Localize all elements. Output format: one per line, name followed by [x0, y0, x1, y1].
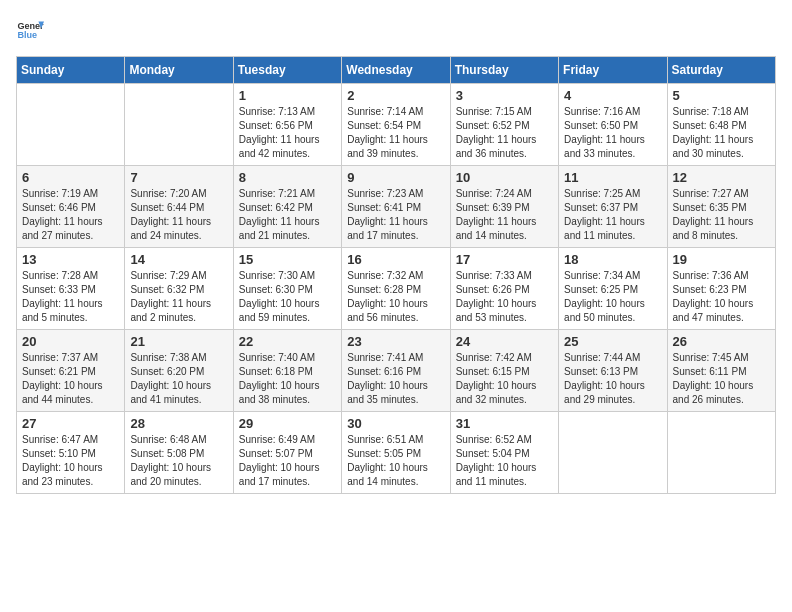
day-number: 29	[239, 416, 336, 431]
day-number: 31	[456, 416, 553, 431]
calendar-cell	[667, 412, 775, 494]
day-number: 30	[347, 416, 444, 431]
day-info: Sunrise: 7:28 AMSunset: 6:33 PMDaylight:…	[22, 269, 119, 325]
calendar-cell: 21Sunrise: 7:38 AMSunset: 6:20 PMDayligh…	[125, 330, 233, 412]
day-number: 22	[239, 334, 336, 349]
calendar-cell: 10Sunrise: 7:24 AMSunset: 6:39 PMDayligh…	[450, 166, 558, 248]
calendar-cell: 18Sunrise: 7:34 AMSunset: 6:25 PMDayligh…	[559, 248, 667, 330]
day-number: 10	[456, 170, 553, 185]
day-info: Sunrise: 7:24 AMSunset: 6:39 PMDaylight:…	[456, 187, 553, 243]
day-number: 4	[564, 88, 661, 103]
calendar-cell: 9Sunrise: 7:23 AMSunset: 6:41 PMDaylight…	[342, 166, 450, 248]
calendar-cell: 16Sunrise: 7:32 AMSunset: 6:28 PMDayligh…	[342, 248, 450, 330]
calendar-cell: 13Sunrise: 7:28 AMSunset: 6:33 PMDayligh…	[17, 248, 125, 330]
day-number: 3	[456, 88, 553, 103]
calendar-cell: 29Sunrise: 6:49 AMSunset: 5:07 PMDayligh…	[233, 412, 341, 494]
day-number: 11	[564, 170, 661, 185]
day-info: Sunrise: 7:15 AMSunset: 6:52 PMDaylight:…	[456, 105, 553, 161]
calendar-cell: 25Sunrise: 7:44 AMSunset: 6:13 PMDayligh…	[559, 330, 667, 412]
day-number: 7	[130, 170, 227, 185]
day-info: Sunrise: 7:44 AMSunset: 6:13 PMDaylight:…	[564, 351, 661, 407]
day-info: Sunrise: 7:23 AMSunset: 6:41 PMDaylight:…	[347, 187, 444, 243]
column-header-sunday: Sunday	[17, 57, 125, 84]
week-row-3: 13Sunrise: 7:28 AMSunset: 6:33 PMDayligh…	[17, 248, 776, 330]
calendar-cell: 27Sunrise: 6:47 AMSunset: 5:10 PMDayligh…	[17, 412, 125, 494]
calendar-cell: 4Sunrise: 7:16 AMSunset: 6:50 PMDaylight…	[559, 84, 667, 166]
day-info: Sunrise: 6:48 AMSunset: 5:08 PMDaylight:…	[130, 433, 227, 489]
calendar-cell: 5Sunrise: 7:18 AMSunset: 6:48 PMDaylight…	[667, 84, 775, 166]
calendar-cell: 2Sunrise: 7:14 AMSunset: 6:54 PMDaylight…	[342, 84, 450, 166]
week-row-2: 6Sunrise: 7:19 AMSunset: 6:46 PMDaylight…	[17, 166, 776, 248]
day-number: 8	[239, 170, 336, 185]
day-info: Sunrise: 7:36 AMSunset: 6:23 PMDaylight:…	[673, 269, 770, 325]
day-number: 15	[239, 252, 336, 267]
day-number: 5	[673, 88, 770, 103]
calendar-cell: 23Sunrise: 7:41 AMSunset: 6:16 PMDayligh…	[342, 330, 450, 412]
calendar-cell: 6Sunrise: 7:19 AMSunset: 6:46 PMDaylight…	[17, 166, 125, 248]
calendar-cell: 22Sunrise: 7:40 AMSunset: 6:18 PMDayligh…	[233, 330, 341, 412]
day-number: 14	[130, 252, 227, 267]
calendar-cell: 11Sunrise: 7:25 AMSunset: 6:37 PMDayligh…	[559, 166, 667, 248]
day-number: 20	[22, 334, 119, 349]
day-number: 18	[564, 252, 661, 267]
column-header-thursday: Thursday	[450, 57, 558, 84]
svg-text:Blue: Blue	[17, 30, 37, 40]
day-info: Sunrise: 6:51 AMSunset: 5:05 PMDaylight:…	[347, 433, 444, 489]
day-number: 28	[130, 416, 227, 431]
calendar-cell: 3Sunrise: 7:15 AMSunset: 6:52 PMDaylight…	[450, 84, 558, 166]
column-header-saturday: Saturday	[667, 57, 775, 84]
day-info: Sunrise: 7:32 AMSunset: 6:28 PMDaylight:…	[347, 269, 444, 325]
week-row-1: 1Sunrise: 7:13 AMSunset: 6:56 PMDaylight…	[17, 84, 776, 166]
day-info: Sunrise: 7:25 AMSunset: 6:37 PMDaylight:…	[564, 187, 661, 243]
day-info: Sunrise: 7:42 AMSunset: 6:15 PMDaylight:…	[456, 351, 553, 407]
day-info: Sunrise: 6:49 AMSunset: 5:07 PMDaylight:…	[239, 433, 336, 489]
day-info: Sunrise: 7:18 AMSunset: 6:48 PMDaylight:…	[673, 105, 770, 161]
day-number: 13	[22, 252, 119, 267]
day-info: Sunrise: 7:29 AMSunset: 6:32 PMDaylight:…	[130, 269, 227, 325]
logo-icon: General Blue	[16, 16, 44, 44]
day-number: 6	[22, 170, 119, 185]
day-info: Sunrise: 7:34 AMSunset: 6:25 PMDaylight:…	[564, 269, 661, 325]
column-header-friday: Friday	[559, 57, 667, 84]
day-number: 25	[564, 334, 661, 349]
calendar-cell: 30Sunrise: 6:51 AMSunset: 5:05 PMDayligh…	[342, 412, 450, 494]
day-info: Sunrise: 7:14 AMSunset: 6:54 PMDaylight:…	[347, 105, 444, 161]
week-row-5: 27Sunrise: 6:47 AMSunset: 5:10 PMDayligh…	[17, 412, 776, 494]
column-header-monday: Monday	[125, 57, 233, 84]
day-number: 19	[673, 252, 770, 267]
calendar-cell: 7Sunrise: 7:20 AMSunset: 6:44 PMDaylight…	[125, 166, 233, 248]
day-info: Sunrise: 7:20 AMSunset: 6:44 PMDaylight:…	[130, 187, 227, 243]
day-info: Sunrise: 7:38 AMSunset: 6:20 PMDaylight:…	[130, 351, 227, 407]
calendar-cell	[125, 84, 233, 166]
day-number: 16	[347, 252, 444, 267]
day-info: Sunrise: 7:33 AMSunset: 6:26 PMDaylight:…	[456, 269, 553, 325]
day-number: 12	[673, 170, 770, 185]
day-number: 23	[347, 334, 444, 349]
column-header-tuesday: Tuesday	[233, 57, 341, 84]
calendar-cell	[17, 84, 125, 166]
calendar-cell: 24Sunrise: 7:42 AMSunset: 6:15 PMDayligh…	[450, 330, 558, 412]
calendar-cell: 26Sunrise: 7:45 AMSunset: 6:11 PMDayligh…	[667, 330, 775, 412]
day-info: Sunrise: 7:30 AMSunset: 6:30 PMDaylight:…	[239, 269, 336, 325]
day-info: Sunrise: 7:16 AMSunset: 6:50 PMDaylight:…	[564, 105, 661, 161]
calendar-cell: 20Sunrise: 7:37 AMSunset: 6:21 PMDayligh…	[17, 330, 125, 412]
calendar-cell: 8Sunrise: 7:21 AMSunset: 6:42 PMDaylight…	[233, 166, 341, 248]
calendar-table: SundayMondayTuesdayWednesdayThursdayFrid…	[16, 56, 776, 494]
day-number: 24	[456, 334, 553, 349]
calendar-body: 1Sunrise: 7:13 AMSunset: 6:56 PMDaylight…	[17, 84, 776, 494]
calendar-cell: 28Sunrise: 6:48 AMSunset: 5:08 PMDayligh…	[125, 412, 233, 494]
day-info: Sunrise: 7:45 AMSunset: 6:11 PMDaylight:…	[673, 351, 770, 407]
day-info: Sunrise: 7:27 AMSunset: 6:35 PMDaylight:…	[673, 187, 770, 243]
day-info: Sunrise: 7:41 AMSunset: 6:16 PMDaylight:…	[347, 351, 444, 407]
day-info: Sunrise: 7:13 AMSunset: 6:56 PMDaylight:…	[239, 105, 336, 161]
calendar-cell: 19Sunrise: 7:36 AMSunset: 6:23 PMDayligh…	[667, 248, 775, 330]
day-info: Sunrise: 6:52 AMSunset: 5:04 PMDaylight:…	[456, 433, 553, 489]
day-info: Sunrise: 6:47 AMSunset: 5:10 PMDaylight:…	[22, 433, 119, 489]
day-info: Sunrise: 7:19 AMSunset: 6:46 PMDaylight:…	[22, 187, 119, 243]
day-info: Sunrise: 7:37 AMSunset: 6:21 PMDaylight:…	[22, 351, 119, 407]
calendar-cell: 1Sunrise: 7:13 AMSunset: 6:56 PMDaylight…	[233, 84, 341, 166]
calendar-cell: 31Sunrise: 6:52 AMSunset: 5:04 PMDayligh…	[450, 412, 558, 494]
column-header-wednesday: Wednesday	[342, 57, 450, 84]
day-number: 1	[239, 88, 336, 103]
calendar-cell: 15Sunrise: 7:30 AMSunset: 6:30 PMDayligh…	[233, 248, 341, 330]
